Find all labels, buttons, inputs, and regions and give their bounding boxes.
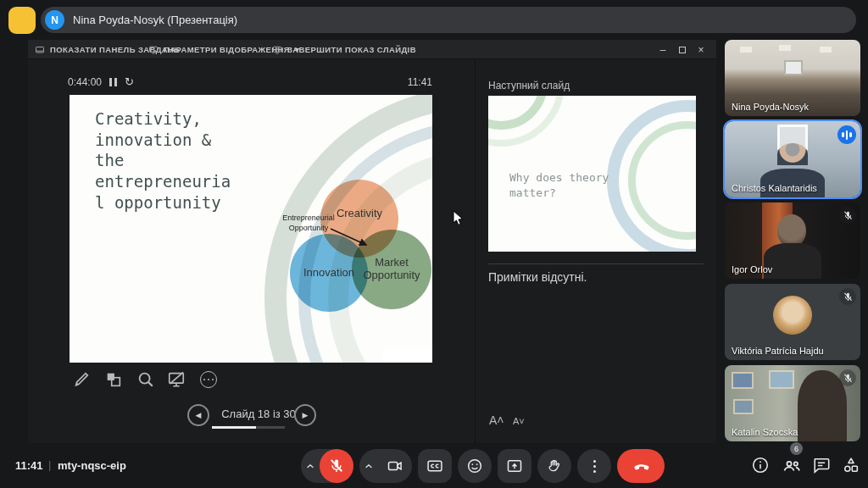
present-screen-icon [506,458,523,474]
info-icon [751,456,770,474]
picture-frame [769,370,794,389]
next-slide-text: Why does theory matter? [509,170,615,200]
pen-tool-button[interactable] [70,369,92,391]
person-face [808,377,837,414]
participant-tile-katalin[interactable]: Katalin Szocska [725,365,860,441]
ceiling-light [820,47,832,53]
presenting-label: Nina Poyda-Nosyk (Презентація) [73,14,237,26]
mic-muted-icon [839,369,856,386]
mic-off-icon [328,458,345,474]
participant-name: Igor Orlov [732,264,838,274]
mic-options-chevron[interactable] [301,461,320,471]
end-slideshow-button[interactable]: ЗАВЕРШИТИ ПОКАЗ СЛАЙДІВ [272,40,416,59]
slide-counter: Слайд 18 із 30 [211,408,306,420]
participant-tile-nina[interactable]: Nina Poyda-Nosyk [725,40,860,116]
pen-icon [72,370,91,389]
presenting-indicator-badge [8,7,36,34]
display-options-label: ПАРАМЕТРИ ВІДОБРАЖЕННЯ [164,45,290,54]
no-notes-text: Примітки відсутні. [488,270,587,284]
classroom-window [784,60,803,75]
presenter-avatar: N [45,10,64,30]
mic-muted-icon [839,288,856,305]
meet-app: N Nina Poyda-Nosyk (Презентація) ПОКАЗАТ… [0,0,868,488]
ceiling-light [779,45,791,51]
mic-control-group [301,449,353,483]
picture-frame [733,399,754,414]
slideshow-progress-bar [212,426,285,429]
font-increase-button[interactable]: A˄ [489,413,504,427]
powerpoint-slideshow-window: ПОКАЗАТИ ПАНЕЛЬ ЗАВДАНЬ ПАРАМЕТРИ ВІДОБР… [28,40,716,443]
slides-grid-icon [104,370,123,389]
more-tools-button[interactable] [198,369,220,391]
end-slideshow-icon [272,45,282,55]
next-slide-button[interactable]: ▶ [294,404,316,426]
elapsed-timer: 0:44:00 [68,76,102,88]
meeting-code: mty-nqsc-eip [58,459,126,472]
next-slide-preview[interactable]: Why does theory matter? [488,96,696,252]
more-options-button[interactable] [577,449,611,483]
activities-icon [842,456,860,474]
magnifier-icon [136,370,155,389]
mic-muted-icon [839,207,856,224]
camera-button[interactable] [378,449,412,483]
participants-button[interactable] [782,456,802,476]
slideshow-progress-fill [212,426,256,429]
present-screen-button[interactable] [498,449,531,483]
end-call-icon [632,458,649,474]
end-call-button[interactable] [617,449,665,483]
activities-button[interactable] [842,456,862,476]
ppt-toolbar: ПОКАЗАТИ ПАНЕЛЬ ЗАВДАНЬ ПАРАМЕТРИ ВІДОБР… [28,40,716,59]
slide-sorter-button[interactable] [103,369,125,391]
end-slideshow-label: ЗАВЕРШИТИ ПОКАЗ СЛАЙДІВ [287,45,416,54]
participant-name: Viktória Patrícia Hajdu [732,346,854,356]
captions-button[interactable] [418,449,452,483]
meeting-time: 11:41 [15,459,43,472]
person-silhouette [777,214,806,247]
raise-hand-button[interactable] [537,449,571,483]
ceiling-light [740,47,752,53]
person-silhouette [777,143,808,165]
prev-arrow-icon: ◀ [196,411,202,419]
black-screen-button[interactable] [165,369,187,391]
separator: | [48,458,51,471]
window-restore-button[interactable] [673,40,692,59]
taskbar-icon [35,45,45,55]
ellipsis-icon [200,371,217,388]
notes-divider [488,263,704,264]
zoom-tool-button[interactable] [135,369,157,391]
preview-decor-ring [488,96,565,147]
window-close-button[interactable]: × [692,40,710,59]
avatar [773,296,812,335]
camera-control-group [359,449,412,483]
current-slide: Creativity, innovation & the entrepreneu… [70,95,432,363]
meeting-details-button[interactable] [751,456,771,476]
raise-hand-icon [546,458,563,474]
people-icon [782,456,800,474]
mic-mute-button[interactable] [320,449,353,483]
screen-off-icon [167,370,186,389]
participant-tile-christos[interactable]: Christos Kalantaridis [725,121,860,197]
next-slide-heading: Наступний слайд [488,80,570,92]
restart-timer-button[interactable]: ↻ [125,75,134,88]
captions-icon [426,458,443,474]
venn-callout-arrow [70,95,432,363]
previous-slide-button[interactable]: ◀ [187,404,209,426]
reactions-button[interactable] [458,449,492,483]
chat-icon [812,456,831,474]
camera-options-chevron[interactable] [359,461,378,471]
font-decrease-button[interactable]: A˅ [513,416,525,426]
picture-frame [732,372,754,389]
audio-speaking-indicator [837,125,856,144]
pause-timer-button[interactable] [109,78,117,86]
participant-name: Nina Poyda-Nosyk [732,102,838,112]
participant-tile-viktoria[interactable]: Viktória Patrícia Hajdu [725,284,860,360]
participants-count-badge: 6 [790,442,803,455]
participant-name: Christos Kalantaridis [732,183,838,193]
participant-tile-igor[interactable]: Igor Orlov [725,202,860,279]
window-minimize-button[interactable]: – [654,40,672,59]
camera-icon [387,458,403,474]
chat-button[interactable] [812,456,832,476]
call-controls [301,449,665,483]
participant-name: Katalin Szocska [732,427,838,437]
next-arrow-icon: ▶ [303,411,309,419]
